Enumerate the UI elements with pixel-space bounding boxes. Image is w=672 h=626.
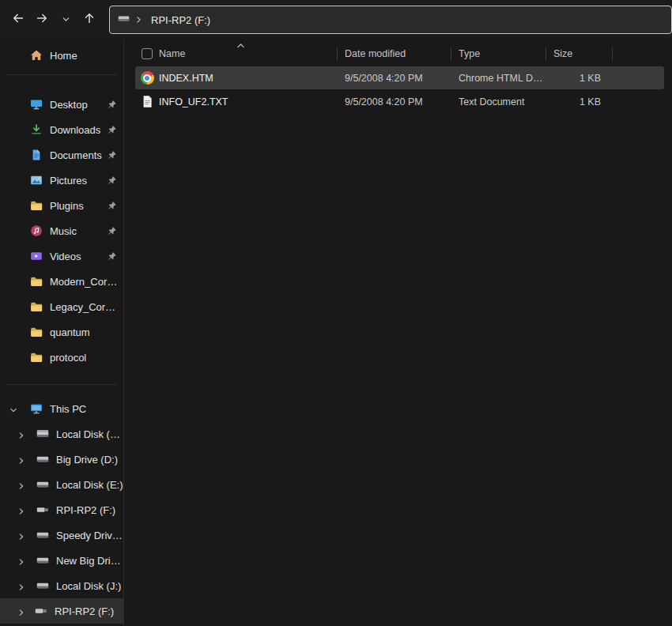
forward-button[interactable] bbox=[30, 8, 54, 32]
sidebar-item-label: Videos bbox=[50, 251, 81, 262]
sidebar-item-big-drive-d[interactable]: Big Drive (D:) bbox=[0, 447, 123, 472]
column-header-size[interactable]: Size bbox=[546, 48, 612, 59]
column-header-type[interactable]: Type bbox=[451, 48, 546, 59]
sidebar-item-speedy-drive-g[interactable]: Speedy Drive (G:) bbox=[0, 522, 123, 548]
sidebar-item-desktop[interactable]: Desktop bbox=[0, 92, 123, 117]
sidebar-item-new-big-drive-i[interactable]: New Big Drive (I:) bbox=[0, 548, 123, 573]
column-header-date-modified[interactable]: Date modified bbox=[337, 48, 451, 59]
folder-icon bbox=[30, 275, 43, 288]
pin-icon bbox=[108, 100, 117, 109]
downloads-icon bbox=[30, 123, 43, 136]
sidebar-item-legacy-corsair[interactable]: Legacy_Corsair bbox=[0, 294, 123, 319]
sidebar-item-rpi-rp2-root[interactable]: RPI-RP2 (F:) bbox=[0, 598, 123, 624]
drive-icon bbox=[36, 428, 49, 440]
recent-locations-button[interactable] bbox=[54, 8, 77, 32]
usb-drive-icon bbox=[35, 605, 47, 617]
desktop-icon bbox=[30, 98, 43, 111]
this-pc-icon bbox=[30, 402, 43, 415]
column-divider[interactable] bbox=[612, 47, 613, 61]
drive-icon bbox=[36, 453, 49, 466]
arrow-left-icon bbox=[12, 12, 25, 28]
arrow-right-icon bbox=[36, 12, 48, 28]
sidebar-item-label: Pictures bbox=[50, 175, 87, 187]
sidebar-item-label: RPI-RP2 (F:) bbox=[55, 605, 114, 617]
back-button[interactable] bbox=[6, 8, 30, 32]
sidebar-item-videos[interactable]: Videos bbox=[0, 243, 123, 269]
column-header-row: Name Date modified Type Size bbox=[135, 42, 664, 66]
sidebar-item-label: RPI-RP2 (F:) bbox=[56, 504, 115, 516]
chevron-down-icon[interactable] bbox=[9, 405, 17, 413]
column-divider[interactable] bbox=[337, 47, 338, 61]
sidebar-item-documents[interactable]: Documents bbox=[0, 142, 123, 168]
sidebar-separator bbox=[6, 384, 117, 385]
file-row-info-uf2-txt[interactable]: INFO_UF2.TXT 9/5/2008 4:20 PM Text Docum… bbox=[135, 90, 664, 113]
usb-drive-icon bbox=[36, 503, 49, 516]
sidebar-item-plugins[interactable]: Plugins bbox=[0, 193, 123, 218]
chrome-file-icon bbox=[140, 71, 154, 85]
sidebar-item-quantum[interactable]: quantum bbox=[0, 319, 123, 345]
drive-icon bbox=[36, 579, 49, 592]
sidebar-item-label: Downloads bbox=[50, 124, 100, 136]
sidebar-item-local-disk-c[interactable]: Local Disk (C:) bbox=[0, 421, 123, 447]
column-divider[interactable] bbox=[451, 47, 451, 61]
file-type: Text Document bbox=[451, 96, 546, 107]
chevron-right-icon[interactable] bbox=[17, 556, 25, 564]
sidebar-separator bbox=[6, 74, 117, 75]
sidebar-item-rpi-rp2-f[interactable]: RPI-RP2 (F:) bbox=[0, 497, 123, 522]
sidebar-item-label: Modern_Corsair bbox=[50, 276, 119, 288]
arrow-up-icon bbox=[83, 12, 96, 28]
main-area: Home Desktop Downloads bbox=[0, 40, 672, 626]
sidebar-item-pictures[interactable]: Pictures bbox=[0, 168, 123, 193]
chevron-down-icon bbox=[62, 13, 70, 27]
sidebar-item-modern-corsair[interactable]: Modern_Corsair bbox=[0, 269, 123, 294]
drive-icon bbox=[118, 13, 130, 28]
nav-buttons bbox=[6, 8, 109, 32]
pictures-icon bbox=[30, 174, 43, 187]
sidebar-item-protocol[interactable]: protocol bbox=[0, 345, 123, 370]
breadcrumb[interactable]: RPI-RP2 (F:) bbox=[148, 13, 213, 28]
music-icon bbox=[30, 224, 43, 237]
chevron-right-icon[interactable] bbox=[17, 506, 25, 514]
sidebar-item-downloads[interactable]: Downloads bbox=[0, 117, 123, 142]
chevron-right-icon[interactable] bbox=[17, 582, 25, 590]
column-divider[interactable] bbox=[546, 47, 546, 61]
sidebar-item-label: New Big Drive (I:) bbox=[56, 555, 123, 567]
folder-icon bbox=[30, 300, 43, 313]
breadcrumb-drive-label[interactable]: RPI-RP2 (F:) bbox=[148, 13, 213, 28]
sidebar-item-label: quantum bbox=[50, 326, 90, 338]
sidebar-item-home[interactable]: Home bbox=[0, 43, 123, 68]
up-button[interactable] bbox=[77, 8, 101, 32]
address-bar[interactable]: RPI-RP2 (F:) bbox=[109, 6, 672, 34]
file-size: 1 KB bbox=[546, 73, 612, 84]
file-size: 1 KB bbox=[546, 96, 612, 107]
sidebar-item-label: Local Disk (J:) bbox=[56, 580, 121, 592]
sort-ascending-icon bbox=[236, 40, 245, 47]
sidebar-item-local-disk-e[interactable]: Local Disk (E:) bbox=[0, 472, 123, 497]
chevron-right-icon[interactable] bbox=[17, 455, 25, 463]
sidebar-item-label: This PC bbox=[50, 403, 86, 415]
document-icon bbox=[30, 149, 43, 161]
toolbar: RPI-RP2 (F:) bbox=[0, 0, 672, 40]
file-list: Name Date modified Type Size INDEX.HTM 9… bbox=[124, 40, 672, 626]
drive-icon bbox=[36, 529, 49, 541]
drive-icon bbox=[36, 478, 49, 491]
sidebar-item-label: protocol bbox=[50, 352, 86, 364]
pin-icon bbox=[108, 150, 117, 160]
file-date-modified: 9/5/2008 4:20 PM bbox=[337, 73, 451, 84]
sidebar-item-music[interactable]: Music bbox=[0, 218, 123, 243]
sidebar-item-label: Legacy_Corsair bbox=[50, 301, 119, 313]
file-row-index-htm[interactable]: INDEX.HTM 9/5/2008 4:20 PM Chrome HTML D… bbox=[135, 66, 664, 89]
file-explorer-window: RPI-RP2 (F:) Home Desktop bbox=[0, 0, 672, 626]
chevron-right-icon[interactable] bbox=[17, 607, 25, 615]
select-all-checkbox[interactable] bbox=[142, 48, 153, 59]
sidebar-item-this-pc[interactable]: This PC bbox=[0, 396, 123, 421]
chevron-right-icon[interactable] bbox=[17, 531, 25, 539]
column-header-name[interactable]: Name bbox=[159, 48, 337, 59]
text-document-icon bbox=[140, 95, 154, 109]
sidebar-item-local-disk-j[interactable]: Local Disk (J:) bbox=[0, 573, 123, 598]
chevron-right-icon[interactable] bbox=[17, 430, 25, 438]
file-name: INFO_UF2.TXT bbox=[159, 96, 337, 107]
chevron-right-icon[interactable] bbox=[17, 481, 25, 488]
drive-icon bbox=[36, 554, 49, 567]
file-name: INDEX.HTM bbox=[159, 73, 337, 84]
